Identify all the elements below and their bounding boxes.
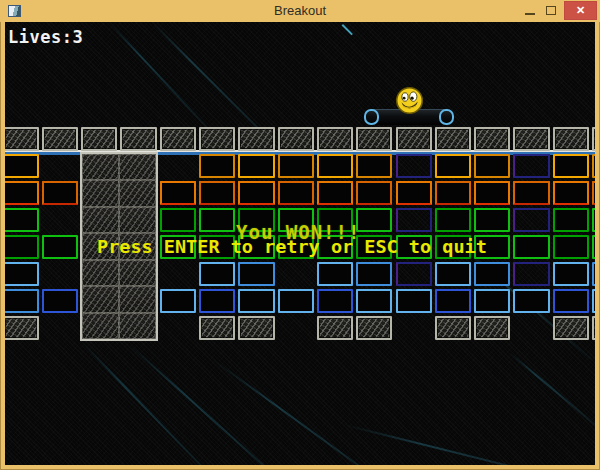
metal-brick (238, 127, 274, 151)
game-field[interactable]: Lives:3 You WON!!! Press ENTER to retry … (5, 22, 595, 465)
metal-brick (119, 260, 156, 286)
brick (317, 181, 353, 205)
metal-brick (82, 154, 119, 180)
maximize-button[interactable] (542, 0, 560, 22)
brick (553, 154, 589, 178)
paddle-right-cap (439, 109, 454, 125)
metal-brick (513, 127, 549, 151)
brick (474, 289, 510, 313)
metal-brick (356, 316, 392, 340)
brick (238, 262, 274, 286)
brick (278, 154, 314, 178)
metal-brick (82, 207, 119, 233)
brick (396, 181, 432, 205)
destroyed-brick-outline (513, 154, 549, 178)
brick (474, 262, 510, 286)
metal-brick (82, 286, 119, 312)
metal-brick (5, 127, 39, 151)
brick (5, 262, 39, 286)
brick (5, 208, 39, 232)
lives-counter: Lives:3 (8, 27, 83, 47)
title-bar[interactable]: Breakout ✕ (0, 0, 600, 22)
metal-brick (160, 127, 196, 151)
brick (160, 289, 196, 313)
brick (199, 181, 235, 205)
brick (435, 208, 471, 232)
brick (278, 181, 314, 205)
breakout-window: Breakout ✕ Lives:3 You WON!!! Press ENTE… (0, 0, 600, 470)
brick (317, 262, 353, 286)
metal-brick (119, 313, 156, 339)
brick (513, 235, 549, 259)
smiley-face-icon (395, 86, 424, 115)
brick (199, 262, 235, 286)
brick (278, 289, 314, 313)
brick (42, 181, 78, 205)
metal-brick (474, 127, 510, 151)
paddle-left-cap (364, 109, 379, 125)
destroyed-brick-outline (513, 262, 549, 286)
brick (317, 154, 353, 178)
brick (5, 235, 39, 259)
metal-brick (199, 127, 235, 151)
brick (238, 154, 274, 178)
metal-brick (278, 127, 314, 151)
metal-brick (435, 127, 471, 151)
retry-prompt: Press ENTER to retry or ESC to quit (97, 236, 487, 257)
brick (435, 262, 471, 286)
metal-brick (396, 127, 432, 151)
metal-brick (238, 316, 274, 340)
metal-brick (119, 180, 156, 206)
metal-brick (553, 316, 589, 340)
metal-brick (5, 316, 39, 340)
metal-brick (592, 127, 595, 151)
metal-brick (474, 316, 510, 340)
brick (592, 262, 595, 286)
brick (356, 154, 392, 178)
metal-brick (435, 316, 471, 340)
metal-brick (82, 180, 119, 206)
destroyed-brick-outline (396, 262, 432, 286)
ball-sprite (395, 86, 424, 115)
brick (356, 208, 392, 232)
close-button[interactable]: ✕ (564, 1, 597, 20)
brick (5, 154, 39, 178)
minimize-button[interactable] (521, 0, 539, 22)
brick (42, 235, 78, 259)
brick (317, 289, 353, 313)
brick (435, 289, 471, 313)
close-icon: ✕ (576, 4, 585, 16)
brick (199, 208, 235, 232)
brick (592, 181, 595, 205)
metal-brick (199, 316, 235, 340)
brick (553, 235, 589, 259)
brick (356, 181, 392, 205)
metal-brick (317, 127, 353, 151)
metal-brick (592, 316, 595, 340)
metal-brick (119, 207, 156, 233)
metal-brick (81, 127, 117, 151)
brick (199, 154, 235, 178)
destroyed-brick-outline (396, 208, 432, 232)
brick (356, 262, 392, 286)
metal-brick (553, 127, 589, 151)
brick (435, 154, 471, 178)
destroyed-brick-outline (513, 208, 549, 232)
brick (474, 154, 510, 178)
brick (5, 289, 39, 313)
brick (435, 181, 471, 205)
brick (553, 208, 589, 232)
maximize-icon (546, 6, 556, 15)
metal-brick (119, 286, 156, 312)
brick (592, 235, 595, 259)
brick (5, 181, 39, 205)
brick (474, 208, 510, 232)
brick (199, 289, 235, 313)
brick (42, 289, 78, 313)
brick (513, 289, 549, 313)
brick (356, 289, 392, 313)
metal-brick (356, 127, 392, 151)
brick (553, 262, 589, 286)
brick (160, 208, 196, 232)
brick (592, 154, 595, 178)
